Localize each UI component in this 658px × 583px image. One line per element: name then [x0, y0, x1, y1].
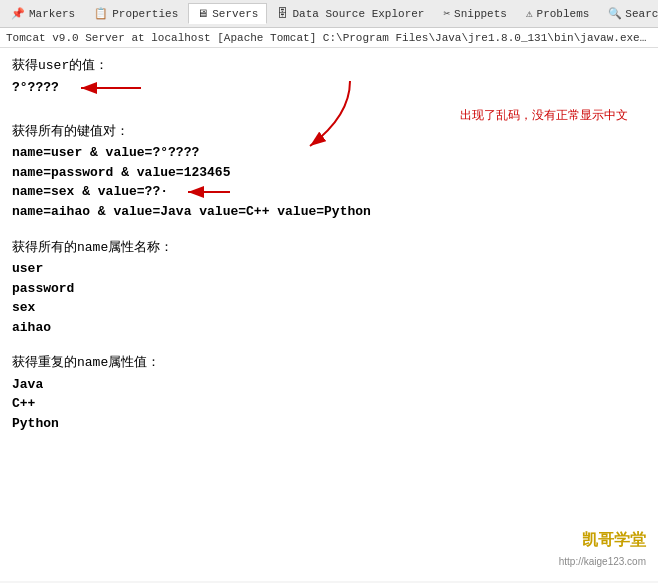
tab-markers-label: Markers — [29, 8, 75, 20]
properties-icon: 📋 — [94, 7, 108, 20]
servers-icon: 🖥 — [197, 7, 208, 20]
name-line-2: sex — [12, 298, 646, 318]
server-bar: Tomcat v9.0 Server at localhost [Apache … — [0, 28, 658, 48]
section-keyvalue-title: 获得所有的键值对： — [12, 122, 646, 142]
kv-line-2-row: name=sex & value=??· — [12, 182, 646, 202]
name-line-3: aihao — [12, 318, 646, 338]
arrow-user — [71, 78, 151, 98]
section-user-title: 获得user的值： — [12, 56, 646, 76]
kv-line-1: name=password & value=123465 — [12, 163, 646, 183]
tab-markers[interactable]: 📌 Markers — [2, 3, 84, 24]
repeated-line-2: Python — [12, 414, 646, 434]
arrow-sex — [180, 182, 240, 202]
name-line-1: password — [12, 279, 646, 299]
kv-line-0: name=user & value=?°???? — [12, 143, 646, 163]
tab-bar: 📌 Markers 📋 Properties 🖥 Servers 🗄 Data … — [0, 0, 658, 28]
tab-properties-label: Properties — [112, 8, 178, 20]
snippets-icon: ✂ — [443, 7, 450, 20]
tab-problems[interactable]: ⚠ Problems — [517, 3, 598, 24]
user-value-row: ?°???? — [12, 78, 646, 98]
tab-snippets[interactable]: ✂ Snippets — [434, 3, 515, 24]
kv-line-2: name=sex & value=??· — [12, 182, 168, 202]
tab-snippets-label: Snippets — [454, 8, 507, 20]
watermark: 凯哥学堂 http://kaige123.com — [559, 528, 646, 569]
section-names-title: 获得所有的name属性名称： — [12, 238, 646, 258]
markers-icon: 📌 — [11, 7, 25, 20]
watermark-url: http://kaige123.com — [559, 554, 646, 569]
section-repeated: 获得重复的name属性值： Java C++ Python — [12, 353, 646, 433]
server-bar-text: Tomcat v9.0 Server at localhost [Apache … — [6, 32, 658, 44]
search-icon: 🔍 — [608, 7, 622, 20]
annotation-text: 出现了乱码，没有正常显示中文 — [460, 106, 628, 124]
name-line-0: user — [12, 259, 646, 279]
tab-problems-label: Problems — [537, 8, 590, 20]
user-value-line: ?°???? — [12, 78, 59, 98]
console-area[interactable]: 获得user的值： ?°???? 出现了乱码，没有正常显示中文 获得所有的键值对… — [0, 48, 658, 581]
section-user-value: 获得user的值： ?°???? — [12, 56, 646, 98]
tab-datasource-label: Data Source Explorer — [292, 8, 424, 20]
repeated-line-1: C++ — [12, 394, 646, 414]
tab-servers-label: Servers — [212, 8, 258, 20]
section-repeated-title: 获得重复的name属性值： — [12, 353, 646, 373]
tab-search-label: Search — [625, 8, 658, 20]
section-keyvalue: 获得所有的键值对： name=user & value=?°???? name=… — [12, 122, 646, 222]
kv-line-3: name=aihao & value=Java value=C++ value=… — [12, 202, 646, 222]
tab-datasource[interactable]: 🗄 Data Source Explorer — [268, 3, 433, 24]
tab-search[interactable]: 🔍 Search — [600, 4, 658, 23]
watermark-logo: 凯哥学堂 — [582, 528, 646, 552]
datasource-icon: 🗄 — [277, 7, 288, 20]
tab-servers[interactable]: 🖥 Servers — [188, 3, 267, 24]
section-names: 获得所有的name属性名称： user password sex aihao — [12, 238, 646, 338]
problems-icon: ⚠ — [526, 7, 533, 20]
tab-properties[interactable]: 📋 Properties — [85, 3, 187, 24]
repeated-line-0: Java — [12, 375, 646, 395]
